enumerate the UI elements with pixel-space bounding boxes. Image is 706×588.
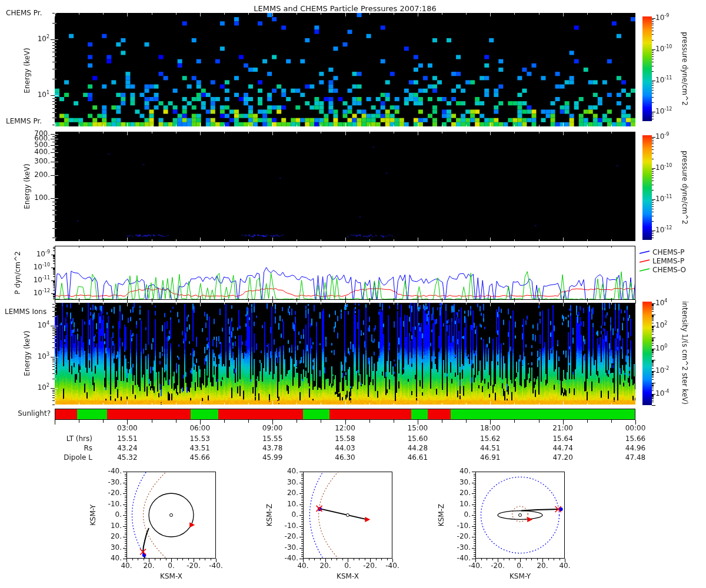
ions-ytick-label: 102 bbox=[38, 383, 49, 392]
legend-line-icon bbox=[639, 267, 651, 273]
orbit-ytick-label: -30. bbox=[457, 544, 471, 552]
legend-item-chems-o: CHEMS-O bbox=[639, 265, 686, 274]
colorbar-tick-label: 10-9 bbox=[655, 14, 669, 22]
y-axis-label-energy-ions: Energy (keV) bbox=[24, 330, 31, 376]
sunlight-segment-yes bbox=[191, 409, 219, 419]
orbit-xtick-label: 20. bbox=[319, 562, 331, 570]
legend: CHEMS-PLEMMS-PCHEMS-O bbox=[639, 248, 686, 274]
ephemeris-value: 44.28 bbox=[408, 445, 428, 452]
sunlight-segment-no bbox=[107, 409, 191, 419]
colorbar-tick-label: 100 bbox=[655, 344, 667, 352]
orbit-ytick-label: 20. bbox=[459, 489, 471, 497]
orbit-xtick-label: 20. bbox=[537, 562, 548, 570]
sunlight-segment-yes bbox=[77, 409, 107, 419]
sunlight-segment-no bbox=[428, 409, 451, 419]
orbit-ytick-label: 10. bbox=[111, 522, 122, 530]
colorbar-tick-label: 10-9 bbox=[655, 132, 669, 141]
ephemeris-value: 47.48 bbox=[625, 454, 645, 462]
orbit-xtick-label: -40. bbox=[385, 562, 399, 570]
orbit-plot-ksmz-ksmy-canvas bbox=[475, 472, 565, 559]
sunlight-label: Sunlight? bbox=[18, 410, 51, 417]
orbit-xtick-label: -40. bbox=[209, 562, 222, 570]
ephemeris-value: 44.51 bbox=[480, 445, 500, 452]
pressure-lineplot-canvas bbox=[55, 246, 635, 300]
y-axis-label-energy-lemms: Energy (keV) bbox=[24, 163, 31, 209]
row-label-lt-hrs-: LT (hrs) bbox=[66, 435, 92, 443]
orbit-ytick-label: 10. bbox=[287, 500, 298, 508]
legend-item-lemms-p: LEMMS-P bbox=[639, 256, 686, 265]
ephemeris-value: 15.55 bbox=[262, 435, 282, 443]
row-label-rs: Rs bbox=[84, 445, 92, 452]
orbit-ytick-label: -30. bbox=[285, 544, 298, 552]
ephemeris-value: 44.03 bbox=[335, 445, 355, 452]
ions-ytick-label: 104 bbox=[38, 321, 49, 329]
ephemeris-value: 15.51 bbox=[117, 435, 137, 443]
orbit-ytick-label: 10. bbox=[459, 500, 471, 508]
ephemeris-value: 45.99 bbox=[262, 454, 282, 462]
ephemeris-value: 45.32 bbox=[117, 454, 137, 462]
chems-ytick-label: 101 bbox=[38, 91, 49, 99]
pressure-ytick-label: 10-9 bbox=[36, 250, 50, 258]
legend-label: CHEMS-O bbox=[652, 266, 686, 274]
colorbar-tick-label: 10-10 bbox=[655, 45, 672, 53]
pressure-ytick-label: 10-12 bbox=[34, 289, 50, 297]
orbit-ytick-label: -40. bbox=[108, 467, 122, 475]
x-axis-label-orbit1: KSM-X bbox=[160, 573, 182, 580]
ephemeris-value: 44.96 bbox=[625, 445, 645, 452]
sunlight-segment-yes bbox=[303, 409, 329, 419]
ephemeris-value: 46.91 bbox=[480, 454, 500, 462]
orbit-plot-ksmz-ksmx-canvas bbox=[303, 472, 392, 559]
time-tick-label: 15:00 bbox=[408, 425, 428, 432]
ephemeris-value: 47.20 bbox=[552, 454, 572, 462]
figure-title: LEMMS and CHEMS Particle Pressures 2007:… bbox=[55, 4, 635, 13]
legend-line-icon bbox=[639, 249, 651, 255]
time-tick-label: 12:00 bbox=[335, 425, 355, 432]
lemms-ytick-label: 100. bbox=[34, 194, 50, 202]
ephemeris-value: 46.30 bbox=[335, 454, 355, 462]
colorbar-lemms-canvas bbox=[642, 135, 652, 240]
colorbar-label-chems: pressure dyne/cm^2 bbox=[681, 32, 688, 105]
ephemeris-value: 45.66 bbox=[190, 454, 210, 462]
orbit-xtick-label: 0. bbox=[168, 562, 174, 570]
panel-label-lemms-pr: LEMMS Pr. bbox=[6, 118, 42, 125]
colorbar-tick-label: 102 bbox=[655, 321, 667, 329]
ephemeris-value: 43.51 bbox=[190, 445, 210, 452]
y-axis-label-energy-chems: Energy (keV) bbox=[24, 48, 31, 93]
sunlight-segment-no bbox=[329, 409, 411, 419]
colorbar-ions-canvas bbox=[642, 302, 652, 405]
ephemeris-value: 15.62 bbox=[480, 435, 500, 443]
ephemeris-value: 15.64 bbox=[552, 435, 572, 443]
orbit-xtick-label: -20. bbox=[187, 562, 200, 570]
sunlight-segment-no bbox=[218, 409, 303, 419]
colorbar-tick-label: 10-12 bbox=[655, 107, 672, 115]
orbit-ytick-label: -20. bbox=[285, 533, 298, 540]
ions-spectrogram-canvas bbox=[55, 303, 635, 405]
colorbar-chems-canvas bbox=[642, 16, 652, 121]
orbit-xtick-label: -20. bbox=[363, 562, 377, 570]
pressure-ytick-label: 10-10 bbox=[34, 263, 50, 271]
orbit-xtick-label: 40. bbox=[559, 562, 570, 570]
orbit-ytick-label: 40. bbox=[287, 467, 298, 475]
chems-spectrogram-canvas bbox=[55, 13, 635, 126]
orbit-xtick-label: 0. bbox=[344, 562, 351, 570]
colorbar-tick-label: 10-12 bbox=[655, 226, 672, 234]
orbit-ytick-label: 30. bbox=[287, 479, 298, 486]
lemms-ytick-label: 300. bbox=[34, 158, 50, 165]
lemms-ytick-label: 200. bbox=[34, 171, 50, 179]
ephemeris-value: 15.60 bbox=[408, 435, 428, 443]
orbit-xtick-label: -40. bbox=[468, 562, 482, 570]
orbit-ytick-label: -20. bbox=[108, 489, 122, 497]
legend-item-chems-p: CHEMS-P bbox=[639, 248, 686, 256]
legend-label: LEMMS-P bbox=[652, 257, 684, 265]
x-axis-label-orbit3: KSM-Y bbox=[509, 573, 531, 580]
panel-label-chems-pr: CHEMS Pr. bbox=[6, 9, 42, 17]
sunlight-segment-yes bbox=[451, 409, 635, 419]
row-label-dipole-l: Dipole L bbox=[64, 454, 92, 462]
ephemeris-value: 43.24 bbox=[117, 445, 137, 452]
orbit-ytick-label: 30. bbox=[111, 544, 122, 552]
ephemeris-value: 46.61 bbox=[408, 454, 428, 462]
orbit-ytick-label: 0. bbox=[115, 511, 122, 519]
figure-root: LEMMS and CHEMS Particle Pressures 2007:… bbox=[0, 0, 706, 588]
x-axis-label-orbit2: KSM-X bbox=[337, 573, 359, 580]
ephemeris-value: 15.53 bbox=[190, 435, 210, 443]
